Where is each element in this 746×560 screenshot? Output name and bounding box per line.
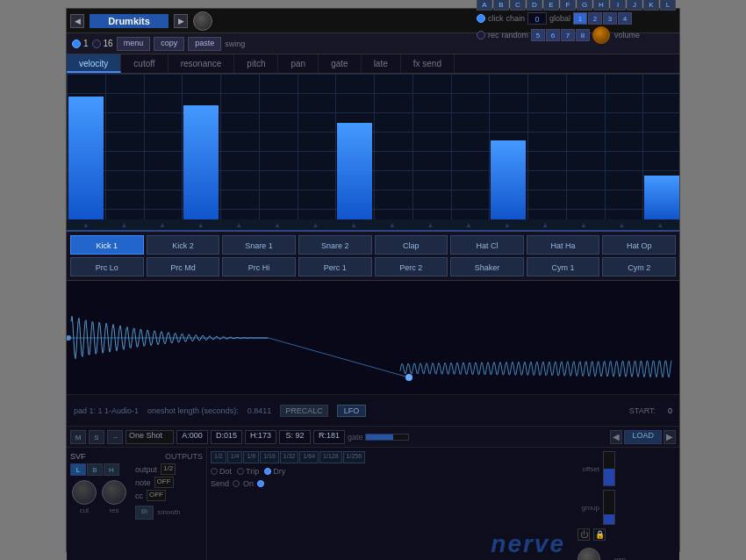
bi-button[interactable]: Bi [135,506,154,520]
paste-button[interactable]: paste [188,37,221,51]
ctrl-prev-button[interactable]: ◀ [610,430,622,444]
rec-radio2[interactable] [477,31,485,39]
pad-Perc-2[interactable]: Perc 2 [375,257,448,276]
pad-Clap[interactable]: Clap [375,235,448,255]
radio-16[interactable] [92,39,101,48]
on-radio[interactable] [257,480,264,487]
chain-val2[interactable]: 0 [527,12,547,25]
letter-btn-D[interactable]: D [527,0,542,11]
bottom-arrow-12[interactable]: ▲ [542,221,549,229]
lbh-L[interactable]: L [70,463,86,476]
bottom-arrow-0[interactable]: ▲ [82,221,90,229]
precalc-button[interactable]: PRECALC [280,405,328,417]
pad-Prc-Lo[interactable]: Prc Lo [70,257,144,276]
tab-fx-send[interactable]: fx send [401,54,455,73]
send-radio[interactable] [233,480,240,487]
top-num-7[interactable]: 7 [561,29,575,41]
copy-button[interactable]: copy [154,37,184,51]
dry-radio[interactable] [264,468,271,475]
pad-Kick-2[interactable]: Kick 2 [147,235,220,255]
pan-knob[interactable] [577,548,600,560]
lbh-H[interactable]: H [104,463,119,476]
note-len-1_2[interactable]: 1/2 [211,451,226,463]
tab-gate[interactable]: gate [319,54,361,73]
tab-late[interactable]: late [362,54,401,73]
pad-Snare-2[interactable]: Snare 2 [298,235,372,255]
note-select[interactable]: OFF [154,477,174,488]
letter-btn-A[interactable]: A [477,0,492,11]
s-val[interactable]: S: 92 [279,430,311,444]
bottom-arrow-15[interactable]: ▲ [656,221,664,229]
bottom-arrow-10[interactable]: ▲ [465,221,472,229]
pad-Cym-2[interactable]: Cym 2 [602,257,676,276]
bottom-arrow-2[interactable]: ▲ [159,221,166,229]
note-len-1_32[interactable]: 1/32 [280,451,299,463]
bottom-arrow-4[interactable]: ▲ [235,221,242,229]
top-num-6[interactable]: 6 [546,29,560,41]
lbh-B[interactable]: B [87,463,103,476]
radio-1[interactable] [72,39,81,48]
power-icon[interactable]: ⏻ [577,528,590,541]
r-val[interactable]: R:181 [313,430,345,444]
top-num-1[interactable]: 1 [573,12,587,25]
note-len-1_64[interactable]: 1/64 [299,451,319,463]
m-button[interactable]: M [70,430,86,444]
arrow-btn[interactable]: → [107,430,123,444]
preset-name-display[interactable]: Drumkits [90,14,169,28]
click-radio2[interactable] [477,14,485,23]
cc-select[interactable]: OFF [147,490,166,501]
letter-btn-C[interactable]: C [510,0,526,11]
prev-preset-button[interactable]: ◀ [70,14,84,28]
group-slider[interactable] [603,490,615,525]
note-len-1_8[interactable]: 1/8 [243,451,259,463]
tab-cutoff[interactable]: cutoff [121,54,168,73]
tab-velocity[interactable]: velocity [67,54,121,73]
pad-Shaker[interactable]: Shaker [450,257,524,276]
pad-Perc-1[interactable]: Perc 1 [298,257,372,276]
trip-radio[interactable] [237,468,244,475]
pad-Prc-Md[interactable]: Prc Md [147,257,220,276]
bottom-arrow-9[interactable]: ▲ [427,221,434,229]
bottom-arrow-11[interactable]: ▲ [504,221,511,229]
load-button[interactable]: LOAD [624,430,662,444]
top-num-2[interactable]: 2 [588,12,602,25]
vel-bar-15[interactable] [644,176,679,219]
ctrl-next-button[interactable]: ▶ [664,430,676,444]
s-button[interactable]: S [89,430,104,444]
pad-Snare-1[interactable]: Snare 1 [222,235,296,255]
pad-Cym-1[interactable]: Cym 1 [527,257,600,276]
letter-btn-E[interactable]: E [543,0,559,11]
pad-Hat-Op[interactable]: Hat Op [602,235,676,255]
lfo-button[interactable]: LFO [337,405,367,417]
top-num-4[interactable]: 4 [618,12,632,25]
tab-pan[interactable]: pan [278,54,319,73]
note-len-1_256[interactable]: 1/256 [343,451,366,463]
bottom-arrow-6[interactable]: ▲ [312,221,319,229]
letter-btn-K[interactable]: K [643,0,659,11]
bottom-arrow-14[interactable]: ▲ [619,221,626,229]
bottom-arrow-13[interactable]: ▲ [580,221,587,229]
pad-Hat-Cl[interactable]: Hat Cl [450,235,524,255]
letter-btn-G[interactable]: G [577,0,592,11]
offset-slider[interactable] [603,451,615,486]
vel-bar-3[interactable] [183,105,219,219]
top-knob[interactable] [193,11,212,31]
vel-bar-0[interactable] [68,97,104,219]
lock-icon[interactable]: 🔒 [593,528,606,541]
pad-Hat-Ha[interactable]: Hat Ha [527,235,600,255]
bottom-arrow-3[interactable]: ▲ [197,221,204,229]
top-num-5[interactable]: 5 [531,29,545,41]
bottom-arrow-7[interactable]: ▲ [350,221,357,229]
mode-select[interactable]: One Shot [126,430,174,444]
letter-btn-J[interactable]: J [627,0,642,11]
letter-btn-F[interactable]: F [560,0,576,11]
res-knob[interactable] [102,480,126,505]
letter-btn-I[interactable]: I [610,0,626,11]
h-val[interactable]: H:173 [245,430,276,444]
note-len-1_4[interactable]: 1/4 [227,451,243,463]
bottom-arrow-8[interactable]: ▲ [389,221,396,229]
tab-resonance[interactable]: resonance [169,54,235,73]
letter-btn-B[interactable]: B [493,0,509,11]
note-len-1_128[interactable]: 1/128 [319,451,342,463]
volume-knob2[interactable] [592,26,610,44]
